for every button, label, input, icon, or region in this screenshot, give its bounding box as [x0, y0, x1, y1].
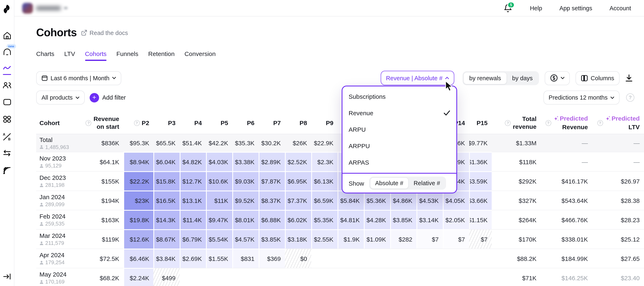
dropdown-item-arpas[interactable]: ARPAS: [342, 154, 456, 170]
ab-test-icon[interactable]: AB: [2, 132, 12, 141]
tab-charts[interactable]: Charts: [36, 50, 54, 61]
person-icon: [40, 202, 44, 206]
tab-retention[interactable]: Retention: [148, 50, 174, 61]
metric-options: SubscriptionsRevenueARPUARPPUARPAS: [342, 86, 456, 173]
relative-option[interactable]: Relative #: [409, 177, 445, 189]
period-cell: $3.14K: [416, 210, 443, 229]
period-cell: $1.15K: [469, 210, 492, 229]
person-icon: [40, 280, 44, 284]
predicted-ltv-cell: $27.65: [592, 249, 644, 268]
external-link-icon: [81, 30, 87, 36]
announcement-icon[interactable]: new: [2, 47, 12, 56]
predictions-button[interactable]: Predictions 12 months: [543, 91, 620, 105]
account-link[interactable]: Account: [610, 5, 631, 11]
dropdown-item-arpu[interactable]: ARPU: [342, 121, 456, 137]
help-icon[interactable]: ?: [505, 120, 511, 126]
period-cell: $1.9K: [338, 229, 364, 248]
notifications-button[interactable]: 5: [504, 4, 513, 13]
predicted-revenue-cell: $543.64K: [540, 191, 592, 210]
workspace-switcher[interactable]: [22, 3, 68, 13]
help-icon[interactable]: ?: [597, 120, 603, 126]
sparkle-icon: [605, 116, 610, 121]
predicted-ltv-cell: $26.97: [592, 172, 644, 190]
tab-cohorts[interactable]: Cohorts: [85, 50, 106, 61]
products-icon[interactable]: [2, 115, 12, 124]
by-days-option[interactable]: by days: [507, 72, 538, 84]
dropdown-item-revenue[interactable]: Revenue: [342, 105, 456, 121]
revenue-on-start-cell: $163K: [85, 210, 123, 229]
add-filter-button[interactable]: + Add filter: [90, 93, 126, 102]
cohort-table: Cohort?Revenueon start?P2P3P4P5P6P7P8P9P…: [36, 112, 644, 286]
column-header-p6: P6: [232, 112, 258, 134]
columns-button[interactable]: Columns: [576, 71, 620, 85]
workspace-logo: [22, 3, 33, 13]
period-cell: $2.89K: [258, 152, 285, 171]
period-cell: $2.05K: [443, 210, 469, 229]
period-cell: $13.1K: [180, 190, 206, 210]
event-feed-icon[interactable]: [2, 166, 12, 175]
period-cell: $4.28K: [364, 210, 390, 229]
total-revenue-cell: $71K: [492, 268, 540, 286]
total-revenue-cell: $118K: [492, 152, 540, 171]
person-icon: [40, 183, 44, 187]
dropdown-item-subscriptions[interactable]: Subscriptions: [342, 88, 456, 105]
column-header-cohort: Cohort: [36, 112, 85, 134]
period-cell: $8.67K: [153, 229, 180, 248]
revenue-on-start-cell: $836K: [85, 134, 123, 152]
predicted-ltv-cell: $23.40: [592, 268, 644, 286]
absolute-option[interactable]: Absolute #: [370, 177, 409, 189]
predictions-help-icon[interactable]: ?: [626, 93, 634, 102]
chevron-down-icon: [76, 96, 79, 99]
period-cell: $51.4K: [180, 134, 206, 152]
logout-icon[interactable]: [2, 272, 12, 281]
period-cell: $282: [390, 229, 416, 248]
download-button[interactable]: [625, 74, 633, 82]
notification-count-badge: 5: [507, 2, 515, 8]
help-link[interactable]: Help: [530, 5, 542, 11]
period-cell: $3.84K: [153, 248, 180, 268]
by-renewals-option[interactable]: by renewals: [464, 72, 507, 84]
metric-dropdown-menu: SubscriptionsRevenueARPUARPPUARPAS Show …: [342, 86, 457, 193]
period-cell: $22.2K: [123, 171, 153, 190]
tab-ltv[interactable]: LTV: [64, 50, 75, 61]
metric-selector-button[interactable]: Revenue | Absolute #: [381, 71, 454, 85]
revenue-on-start-cell: $194K: [85, 191, 123, 210]
predicted-revenue-cell: $184.99K: [540, 249, 592, 268]
tab-funnels[interactable]: Funnels: [116, 50, 138, 61]
cohort-cell: May 2024170,169: [36, 268, 85, 286]
audience-icon[interactable]: [2, 81, 12, 90]
column-header-p3: P3: [153, 112, 180, 134]
help-icon[interactable]: ?: [134, 120, 140, 126]
period-cell: $2.69K: [180, 248, 206, 268]
home-icon[interactable]: [2, 31, 12, 40]
date-range-button[interactable]: Last 6 months | Month: [36, 71, 121, 85]
period-cell: [416, 268, 443, 286]
period-cell: $26K: [285, 134, 311, 152]
predicted-ltv-cell: $25.12: [592, 230, 644, 248]
tab-conversion[interactable]: Conversion: [184, 50, 216, 61]
period-cell: $831: [232, 248, 258, 268]
help-icon[interactable]: ?: [545, 120, 551, 126]
predicted-ltv-cell: —: [592, 134, 644, 152]
total-revenue-cell: $264K: [492, 210, 540, 229]
period-cell: $7: [469, 230, 492, 248]
period-cell: $4.86K: [390, 190, 416, 210]
total-revenue-cell: $292K: [492, 172, 540, 190]
help-icon[interactable]: ?: [86, 120, 92, 126]
read-the-docs-link[interactable]: Read the docs: [81, 30, 128, 36]
currency-button[interactable]: [545, 71, 570, 85]
integrations-icon[interactable]: [2, 149, 12, 158]
paywalls-icon[interactable]: [2, 98, 12, 107]
dropdown-item-arppu[interactable]: ARPPU: [342, 137, 456, 154]
predicted-revenue-cell: —: [540, 134, 592, 152]
total-revenue-cell: $327K: [492, 191, 540, 210]
app-settings-link[interactable]: App settings: [560, 5, 592, 11]
predicted-revenue-cell: $416.17K: [540, 172, 592, 190]
products-filter-button[interactable]: All products: [36, 91, 85, 105]
period-cell: $11.4K: [180, 210, 206, 229]
period-cell: $6.88K: [258, 210, 285, 229]
period-cell: [285, 268, 311, 286]
analytics-icon[interactable]: [2, 64, 12, 73]
adapty-logo-icon[interactable]: [2, 5, 12, 14]
cohort-cell: Jan 2024289,099: [36, 191, 85, 210]
